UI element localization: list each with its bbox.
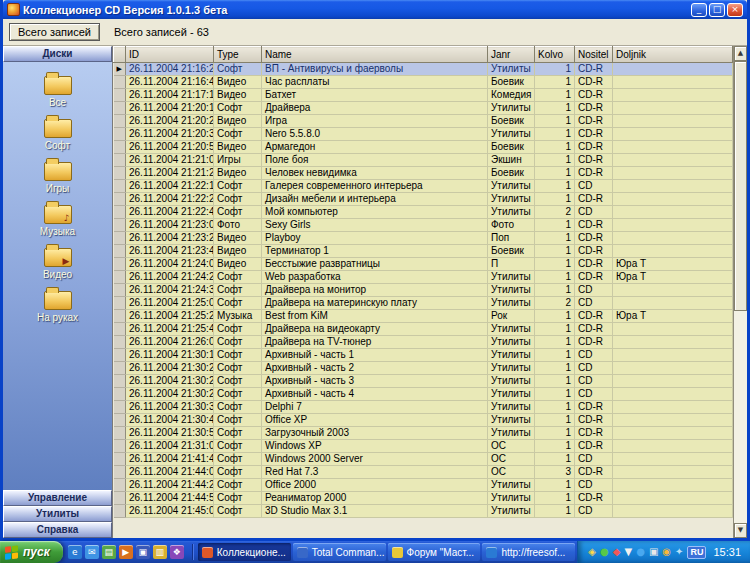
table-row[interactable]: 26.11.2004 21:20:24ВидеоИграБоевик1CD-R	[114, 115, 733, 128]
scroll-down-button[interactable]: ▼	[734, 523, 747, 538]
tray-icon-3[interactable]: ◆	[613, 547, 621, 557]
records-count-button[interactable]: Всего записей	[9, 23, 100, 41]
floppy-icon[interactable]: ▣	[136, 545, 150, 559]
sidebar-item-На руках[interactable]: На руках	[3, 285, 112, 323]
titlebar[interactable]: Коллекционер CD Версия 1.0.1.3 бета _ □ …	[3, 0, 747, 19]
table-row[interactable]: 26.11.2004 21:26:06СофтДрайвера на TV-тю…	[114, 336, 733, 349]
sidebar-item-Игры[interactable]: Игры	[3, 156, 112, 194]
table-row[interactable]: 26.11.2004 21:20:56ВидеоАрмагедонБоевик1…	[114, 141, 733, 154]
table-row[interactable]: 26.11.2004 21:21:06ИгрыПоле бояЭкшин1CD-…	[114, 154, 733, 167]
sidebar-section[interactable]: Справка	[3, 522, 112, 538]
language-indicator[interactable]: RU	[687, 546, 706, 559]
table-row[interactable]: 26.11.2004 21:20:12СофтДрайвераУтилиты1C…	[114, 102, 733, 115]
tray-icon-7[interactable]: ◉	[662, 547, 671, 557]
minimize-button[interactable]: _	[691, 3, 707, 17]
column-header-nositel[interactable]: Nositel	[575, 47, 613, 63]
table-row[interactable]: 26.11.2004 21:45:07Софт3D Studio Max 3.1…	[114, 505, 733, 518]
cell-doljnik	[613, 401, 733, 414]
table-row[interactable]: 26.11.2004 21:22:28СофтДизайн мебели и и…	[114, 193, 733, 206]
sidebar-item-Музыка[interactable]: ♪Музыка	[3, 199, 112, 237]
table-row[interactable]: 26.11.2004 21:30:59СофтЗагрузочный 2003У…	[114, 427, 733, 440]
table-row[interactable]: 26.11.2004 21:23:08ФотоSexy GirlsФото1CD…	[114, 219, 733, 232]
table-row[interactable]: 26.11.2004 21:44:25СофтOffice 2000Утилит…	[114, 479, 733, 492]
table-row[interactable]: 26.11.2004 21:30:12СофтАрхивный - часть …	[114, 349, 733, 362]
app-icon	[7, 3, 20, 16]
table-row[interactable]: 26.11.2004 21:20:37СофтNero 5.5.8.0Утили…	[114, 128, 733, 141]
table-row[interactable]: 26.11.2004 21:23:22ВидеоPlayboyПоп1CD-R	[114, 232, 733, 245]
cell-name: Архивный - часть 3	[262, 375, 488, 388]
folder-icon	[44, 76, 72, 95]
table-row[interactable]: 26.11.2004 21:30:23СофтАрхивный - часть …	[114, 375, 733, 388]
cell-nositel: CD-R	[575, 232, 613, 245]
cell-kolvo: 1	[535, 245, 575, 258]
close-button[interactable]: ×	[727, 3, 743, 17]
sidebar-section[interactable]: Утилиты	[3, 506, 112, 522]
table-row[interactable]: 26.11.2004 21:30:21СофтАрхивный - часть …	[114, 362, 733, 375]
scrollbar-track[interactable]	[734, 311, 747, 523]
vertical-scrollbar[interactable]: ▲ ▼	[733, 46, 747, 538]
scrollbar-thumb[interactable]	[734, 61, 747, 311]
table-row[interactable]: 26.11.2004 21:30:26СофтАрхивный - часть …	[114, 388, 733, 401]
table-row[interactable]: 26.11.2004 21:22:40СофтМой компьютерУтил…	[114, 206, 733, 219]
column-header-doljnik[interactable]: Doljnik	[613, 47, 733, 63]
cell-janr: Фото	[488, 219, 535, 232]
table-row[interactable]: 26.11.2004 21:22:19СофтГалерея современн…	[114, 180, 733, 193]
folder-icon[interactable]: ▥	[153, 545, 167, 559]
tray-icon-5[interactable]: ●	[636, 547, 645, 557]
table-row[interactable]: 26.11.2004 21:41:45СофтWindows 2000 Serv…	[114, 453, 733, 466]
table-row[interactable]: 26.11.2004 21:30:39СофтDelphi 7Утилиты1C…	[114, 401, 733, 414]
table-row[interactable]: 26.11.2004 21:44:03СофтRed Hat 7.3ОС3CD-…	[114, 466, 733, 479]
start-button[interactable]: пуск	[0, 541, 63, 563]
sidebar-item-Видео[interactable]: ▶Видео	[3, 242, 112, 280]
table-row[interactable]: 26.11.2004 21:24:38СофтДрайвера на монит…	[114, 284, 733, 297]
taskbar-task-button[interactable]: http://freesof...	[482, 543, 575, 561]
column-header-name[interactable]: Name	[262, 47, 488, 63]
cell-name: Windows XP	[262, 440, 488, 453]
cell-nositel: CD-R	[575, 440, 613, 453]
outlook-express-icon[interactable]: ✉	[85, 545, 99, 559]
sidebar-item-Все[interactable]: Все	[3, 70, 112, 108]
column-header-janr[interactable]: Janr	[488, 47, 535, 63]
table-row[interactable]: 26.11.2004 21:25:27МузыкаBest from KiMРо…	[114, 310, 733, 323]
tray-icon-2[interactable]: ●	[600, 547, 609, 557]
cell-kolvo: 1	[535, 310, 575, 323]
taskbar-task-button[interactable]: Форум "Маст...	[388, 543, 481, 561]
sidebar-item-Софт[interactable]: Софт	[3, 113, 112, 151]
sidebar-header-disks[interactable]: Диски	[3, 46, 112, 62]
cell-type: Софт	[214, 336, 262, 349]
sidebar-section[interactable]: Управление	[3, 490, 112, 506]
table-row[interactable]: 26.11.2004 21:23:43ВидеоТерминатор 1Боев…	[114, 245, 733, 258]
cell-type: Софт	[214, 414, 262, 427]
maximize-button[interactable]: □	[709, 3, 725, 17]
table-row[interactable]: 26.11.2004 21:24:24СофтWeb разработкаУти…	[114, 271, 733, 284]
tray-icon-1[interactable]: ◈	[588, 547, 596, 557]
sidebar-categories: ВсеСофтИгры♪Музыка▶ВидеоНа руках	[3, 62, 112, 490]
tray-icon-6[interactable]: ▣	[649, 547, 658, 557]
tray-icon-8[interactable]: ✦	[675, 547, 683, 557]
table-row[interactable]: 26.11.2004 21:25:02СофтДрайвера на матер…	[114, 297, 733, 310]
cell-type: Софт	[214, 492, 262, 505]
table-row[interactable]: 26.11.2004 21:25:49СофтДрайвера на видео…	[114, 323, 733, 336]
table-row[interactable]: 26.11.2004 21:21:23ВидеоЧеловек невидимк…	[114, 167, 733, 180]
table-row[interactable]: 26.11.2004 21:30:47СофтOffice XPУтилиты1…	[114, 414, 733, 427]
column-header-id[interactable]: ID	[126, 47, 214, 63]
table-row[interactable]: 26.11.2004 21:17:11ВидеоБатхетКомедия1CD…	[114, 89, 733, 102]
taskbar-clock: 15:31	[713, 546, 741, 558]
app-shortcut-icon[interactable]: ❖	[170, 545, 184, 559]
table-row[interactable]: 26.11.2004 21:31:06СофтWindows XPОС1CD-R	[114, 440, 733, 453]
column-header-kolvo[interactable]: Kolvo	[535, 47, 575, 63]
taskbar-task-button[interactable]: Коллекционе...	[198, 543, 291, 561]
internet-explorer-icon[interactable]: e	[68, 545, 82, 559]
table-row[interactable]: 26.11.2004 21:24:09ВидеоБесстыжие развра…	[114, 258, 733, 271]
taskbar-task-button[interactable]: Total Comman...	[293, 543, 386, 561]
scroll-up-button[interactable]: ▲	[734, 46, 747, 61]
tray-icon-4[interactable]: ▼	[624, 547, 632, 557]
row-indicator	[114, 297, 126, 310]
column-header-type[interactable]: Type	[214, 47, 262, 63]
table-row[interactable]: 26.11.2004 21:16:43ВидеоЧас расплатыБоев…	[114, 76, 733, 89]
media-player-icon[interactable]: ▶	[119, 545, 133, 559]
table-row[interactable]: 26.11.2004 21:44:52СофтРеаниматор 2000Ут…	[114, 492, 733, 505]
show-desktop-icon[interactable]: ▤	[102, 545, 116, 559]
row-indicator	[114, 401, 126, 414]
table-row[interactable]: ▶26.11.2004 21:16:29СофтВП - Антивирусы …	[114, 63, 733, 76]
